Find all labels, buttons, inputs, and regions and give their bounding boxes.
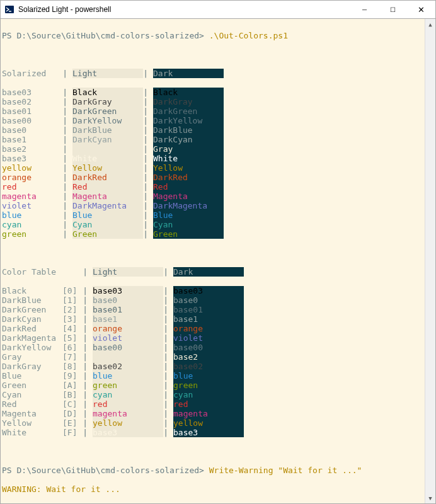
dark-color: Yellow [153, 163, 224, 173]
light-base: base02 [93, 362, 163, 371]
color-name: Cyan [2, 390, 62, 399]
color-index: [6] [62, 343, 83, 352]
color-row: yellow| Yellow| Yellow [2, 163, 423, 173]
dark-color: DarkYellow [153, 116, 224, 125]
color-name: Red [2, 399, 62, 409]
light-base: base0 [93, 295, 163, 305]
color-row: red| Red| Red [2, 182, 423, 192]
dark-color: DarkGreen [153, 106, 224, 116]
light-base: base1 [93, 314, 163, 324]
color-row: blue| Blue| Blue [2, 210, 423, 220]
light-color: Cyan [72, 220, 143, 229]
light-color: Green [72, 229, 143, 239]
scroll-up-arrow[interactable]: ▲ [425, 19, 435, 30]
color-name: DarkGray [2, 362, 62, 371]
terminal-output[interactable]: PS D:\Source\GitHub\cmd-colors-solarized… [1, 19, 425, 503]
color-table-row: DarkMagenta[5]| violet| violet [2, 333, 423, 343]
color-table-row: DarkYellow[6]| base00| base00 [2, 343, 423, 352]
color-table-row: Gray[7]| base2| base2 [2, 352, 423, 362]
dark-color: DarkMagenta [153, 201, 224, 210]
window-titlebar[interactable]: Solarized Light - powershell ─ ☐ ✕ [0, 0, 436, 19]
light-color: DarkGray [72, 97, 143, 106]
dark-base: green [173, 381, 244, 390]
dark-color: Green [153, 229, 224, 239]
dark-base: base03 [173, 286, 244, 295]
vertical-scrollbar[interactable]: ▲ ▼ [425, 19, 435, 503]
light-color: DarkCyan [72, 135, 143, 144]
dark-base: yellow [173, 418, 244, 428]
dark-base: base3 [173, 428, 244, 437]
light-base: cyan [93, 390, 163, 399]
color-name: Magenta [2, 409, 62, 418]
color-row: base02| DarkGray| DarkGray [2, 97, 423, 106]
light-color: White [72, 154, 143, 163]
light-base: green [93, 381, 163, 390]
color-index: [C] [62, 399, 83, 409]
light-color: Gray [72, 144, 143, 154]
color-name: base0 [2, 125, 62, 135]
light-base: magenta [93, 409, 163, 418]
scroll-down-arrow[interactable]: ▼ [425, 493, 435, 503]
dark-color: Black [153, 88, 224, 97]
color-row: green| Green| Green [2, 229, 423, 239]
color-table-row: Magenta[D]| magenta| magenta [2, 409, 423, 418]
light-base: yellow [93, 418, 163, 428]
color-row: magenta| Magenta| Magenta [2, 192, 423, 201]
light-color: Black [72, 88, 143, 97]
color-index: [7] [62, 352, 83, 362]
color-index: [4] [62, 324, 83, 333]
color-index: [B] [62, 390, 83, 399]
light-base: base03 [93, 286, 163, 295]
light-base: violet [93, 333, 163, 343]
color-row: base01| DarkGreen| DarkGreen [2, 106, 423, 116]
header-light: Light [72, 69, 143, 78]
minimize-button[interactable]: ─ [350, 1, 379, 19]
light-color: DarkRed [72, 173, 143, 182]
dark-base: violet [173, 333, 244, 343]
prompt: PS D:\Source\GitHub\cmd-colors-solarized… [2, 31, 209, 40]
prompt: PS D:\Source\GitHub\cmd-colors-solarized… [2, 466, 209, 475]
color-table-row: Blue[9]| blue| blue [2, 371, 423, 381]
color-index: [2] [62, 305, 83, 314]
color-name: blue [2, 210, 62, 220]
light-color: DarkYellow [72, 116, 143, 125]
color-index: [8] [62, 362, 83, 371]
color-table-row: Yellow[E]| yellow| yellow [2, 418, 423, 428]
color-row: orange| DarkRed| DarkRed [2, 173, 423, 182]
color-name: violet [2, 201, 62, 210]
color-name: base03 [2, 88, 62, 97]
color-name: DarkCyan [2, 314, 62, 324]
color-name: DarkMagenta [2, 333, 62, 343]
color-name: cyan [2, 220, 62, 229]
light-base: base3 [93, 428, 163, 437]
light-base: base01 [93, 305, 163, 314]
maximize-button[interactable]: ☐ [379, 1, 407, 19]
dark-base: magenta [173, 409, 244, 418]
color-name: orange [2, 173, 62, 182]
light-base: base2 [93, 352, 163, 362]
color-table-row: Red[C]| red| red [2, 399, 423, 409]
dark-color: DarkCyan [153, 135, 224, 144]
close-button[interactable]: ✕ [407, 1, 435, 19]
dark-color: Blue [153, 210, 224, 220]
dark-color: DarkGray [153, 97, 224, 106]
dark-color: DarkBlue [153, 125, 224, 135]
color-row: base1| DarkCyan| DarkCyan [2, 135, 423, 144]
light-color: Magenta [72, 192, 143, 201]
light-base: orange [93, 324, 163, 333]
dark-color: Red [153, 182, 224, 192]
color-row: violet| DarkMagenta| DarkMagenta [2, 201, 423, 210]
window-title: Solarized Light - powershell [18, 5, 111, 14]
color-name: White [2, 428, 62, 437]
light-color: Blue [72, 210, 143, 220]
light-color: DarkBlue [72, 125, 143, 135]
color-index: [D] [62, 409, 83, 418]
color-table-row: DarkRed[4]| orange| orange [2, 324, 423, 333]
scroll-track[interactable] [425, 30, 435, 493]
color-table-row: DarkBlue[1]| base0| base0 [2, 295, 423, 305]
color-name: magenta [2, 192, 62, 201]
color-row: base00| DarkYellow| DarkYellow [2, 116, 423, 125]
dark-base: orange [173, 324, 244, 333]
command-text: Write-Warning "Wait for it ..." [209, 466, 362, 475]
dark-base: red [173, 399, 244, 409]
